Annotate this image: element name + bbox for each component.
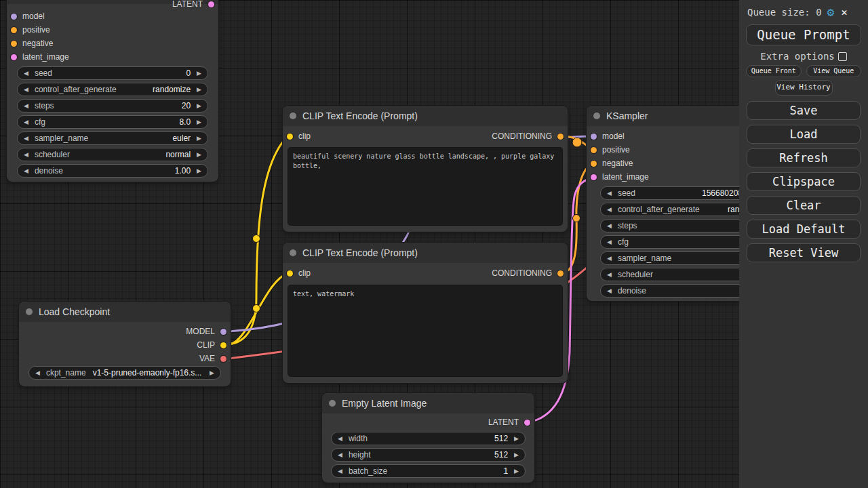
input-clip[interactable]: clip	[287, 268, 311, 278]
queue-front-button[interactable]: Queue Front	[746, 65, 802, 77]
widget-scheduler[interactable]: ◀ scheduler	[600, 268, 763, 281]
input-latent-image[interactable]: latent_image	[7, 50, 218, 64]
collapse-dot-icon[interactable]	[329, 400, 336, 407]
decrement-icon[interactable]: ◀	[24, 167, 28, 174]
link-dot[interactable]	[253, 305, 260, 312]
output-latent[interactable]: LATENT	[123, 0, 218, 11]
increment-icon[interactable]: ▶	[197, 135, 201, 142]
widget-seed[interactable]: ◀ seed 1566802087	[600, 186, 763, 200]
increment-icon[interactable]: ▶	[197, 70, 201, 77]
output-model[interactable]: MODEL	[19, 325, 231, 338]
widget-scheduler[interactable]: ◀ scheduler normal ▶	[17, 148, 208, 161]
output-latent[interactable]: LATENT	[322, 415, 534, 429]
decrement-icon[interactable]: ◀	[607, 255, 612, 262]
reset-view-button[interactable]: Reset View	[747, 243, 861, 262]
port-dot-negative[interactable]	[591, 161, 597, 167]
link-dot[interactable]	[573, 215, 580, 222]
collapse-dot-icon[interactable]	[290, 113, 296, 119]
view-history-button[interactable]: View History	[775, 80, 833, 96]
widget-denoise[interactable]: ◀ denoise	[600, 284, 763, 298]
input-model[interactable]: model	[7, 9, 218, 23]
port-dot-positive[interactable]	[591, 147, 597, 153]
decrement-icon[interactable]: ◀	[338, 451, 342, 458]
decrement-icon[interactable]: ◀	[24, 70, 28, 77]
widget-cfg[interactable]: ◀ cfg	[600, 235, 763, 249]
link-dot[interactable]	[572, 138, 582, 147]
widget-ckpt-name[interactable]: ◀ ckpt_name v1-5-pruned-emaonly-fp16.s..…	[28, 366, 221, 380]
load-button[interactable]: Load	[747, 125, 861, 144]
increment-icon[interactable]: ▶	[514, 451, 519, 458]
clipspace-button[interactable]: Clipspace	[747, 172, 861, 191]
port-dot-conditioning[interactable]	[557, 134, 564, 140]
decrement-icon[interactable]: ◀	[607, 271, 612, 278]
node-load-checkpoint[interactable]: Load Checkpoint MODEL CLIP VAE ◀ ckpt_na…	[19, 302, 231, 386]
node-title-bar[interactable]: CLIP Text Encode (Prompt)	[283, 243, 568, 263]
refresh-button[interactable]: Refresh	[747, 148, 861, 167]
increment-icon[interactable]: ▶	[514, 435, 519, 442]
prompt-textarea[interactable]: text, watermark	[288, 285, 562, 376]
increment-icon[interactable]: ▶	[197, 167, 201, 174]
save-button[interactable]: Save	[747, 101, 861, 120]
widget-steps[interactable]: ◀ steps 20 ▶	[17, 99, 208, 113]
widget-cfg[interactable]: ◀ cfg 8.0 ▶	[17, 115, 208, 129]
widget-batch-size[interactable]: ◀ batch_size 1 ▶	[331, 464, 526, 478]
decrement-icon[interactable]: ◀	[24, 151, 28, 158]
widget-denoise[interactable]: ◀ denoise 1.00 ▶	[17, 164, 208, 178]
input-clip[interactable]: clip	[287, 131, 311, 141]
node-title-bar[interactable]: Load Checkpoint	[19, 302, 231, 322]
node-title-bar[interactable]: Empty Latent Image	[322, 393, 534, 413]
link-dot[interactable]	[253, 235, 260, 243]
node-empty-latent-image[interactable]: Empty Latent Image LATENT ◀ width 512 ▶ …	[322, 393, 534, 483]
port-dot-latent-image[interactable]	[591, 174, 597, 180]
node-clip-text-encode-positive[interactable]: CLIP Text Encode (Prompt) clip CONDITION…	[283, 106, 568, 232]
port-dot-latent-out[interactable]	[208, 1, 214, 7]
output-conditioning[interactable]: CONDITIONING	[492, 131, 564, 141]
decrement-icon[interactable]: ◀	[607, 239, 612, 245]
port-dot-model[interactable]	[591, 134, 597, 140]
queue-prompt-button[interactable]: Queue Prompt	[746, 24, 861, 45]
input-positive[interactable]: positive	[7, 23, 218, 37]
prompt-textarea[interactable]: beautiful scenery nature glass bottle la…	[288, 148, 562, 225]
widget-width[interactable]: ◀ width 512 ▶	[331, 432, 526, 445]
output-clip[interactable]: CLIP	[19, 338, 231, 352]
port-dot-positive[interactable]	[11, 27, 17, 33]
output-conditioning[interactable]: CONDITIONING	[492, 268, 564, 278]
widget-steps[interactable]: ◀ steps	[600, 219, 763, 232]
widget-height[interactable]: ◀ height 512 ▶	[331, 448, 526, 462]
clear-button[interactable]: Clear	[747, 196, 861, 215]
graph-canvas[interactable]: KSampler model positive negative latent_…	[0, 0, 868, 488]
extra-options-checkbox[interactable]	[838, 52, 847, 61]
port-dot-model-out[interactable]	[220, 329, 226, 335]
increment-icon[interactable]: ▶	[197, 119, 201, 125]
decrement-icon[interactable]: ◀	[607, 222, 612, 229]
decrement-icon[interactable]: ◀	[24, 135, 28, 142]
increment-icon[interactable]: ▶	[514, 468, 519, 474]
decrement-icon[interactable]: ◀	[607, 190, 612, 197]
decrement-icon[interactable]: ◀	[607, 287, 612, 294]
decrement-icon[interactable]: ◀	[338, 468, 342, 474]
widget-control-after-generate[interactable]: ◀ control_after_generate randomize ▶	[17, 83, 208, 96]
node-clip-text-encode-negative[interactable]: CLIP Text Encode (Prompt) clip CONDITION…	[283, 243, 568, 383]
increment-icon[interactable]: ▶	[197, 151, 201, 158]
prev-icon[interactable]: ◀	[35, 369, 40, 376]
next-icon[interactable]: ▶	[210, 369, 214, 376]
output-vae[interactable]: VAE	[19, 352, 231, 365]
decrement-icon[interactable]: ◀	[607, 206, 612, 213]
port-dot-latent-out[interactable]	[524, 420, 530, 426]
port-dot-clip[interactable]	[287, 134, 293, 140]
port-dot-clip-out[interactable]	[220, 342, 226, 348]
collapse-dot-icon[interactable]	[290, 249, 296, 256]
port-dot-latent-image[interactable]	[11, 54, 17, 60]
view-queue-button[interactable]: View Queue	[806, 65, 862, 77]
port-dot-conditioning[interactable]	[557, 270, 564, 277]
settings-gear-icon[interactable]: ⚙	[827, 5, 835, 19]
decrement-icon[interactable]: ◀	[24, 86, 28, 93]
decrement-icon[interactable]: ◀	[338, 435, 342, 442]
decrement-icon[interactable]: ◀	[24, 119, 28, 125]
widget-seed[interactable]: ◀ seed 0 ▶	[17, 66, 208, 80]
widget-sampler-name[interactable]: ◀ sampler_name euler ▶	[17, 131, 208, 145]
close-icon[interactable]: ✕	[841, 6, 847, 18]
collapse-dot-icon[interactable]	[593, 113, 600, 119]
increment-icon[interactable]: ▶	[197, 86, 201, 93]
port-dot-negative[interactable]	[11, 41, 17, 47]
